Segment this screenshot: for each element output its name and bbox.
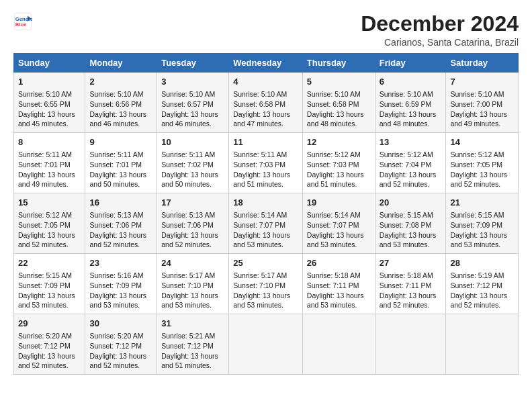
calendar-cell: 30Sunrise: 5:20 AMSunset: 7:12 PMDayligh… xyxy=(85,314,157,374)
calendar-cell: 26Sunrise: 5:18 AMSunset: 7:11 PMDayligh… xyxy=(302,254,375,314)
day-number: 12 xyxy=(307,136,371,148)
cell-text: Daylight: 13 hours xyxy=(307,109,371,120)
cell-text: Sunrise: 5:10 AM xyxy=(18,89,81,99)
cell-text: and 51 minutes. xyxy=(307,179,371,189)
cell-text: Sunrise: 5:15 AM xyxy=(18,271,81,281)
col-saturday: Saturday xyxy=(446,54,519,73)
cell-text: and 50 minutes. xyxy=(161,179,224,189)
cell-text: Sunrise: 5:19 AM xyxy=(450,271,514,281)
calendar-table: Sunday Monday Tuesday Wednesday Thursday… xyxy=(13,53,519,375)
cell-text: Sunrise: 5:11 AM xyxy=(233,150,298,160)
cell-text: Sunset: 7:09 PM xyxy=(89,281,152,291)
calendar-cell xyxy=(446,314,519,374)
cell-text: Daylight: 13 hours xyxy=(450,291,514,301)
day-number: 1 xyxy=(18,76,81,88)
day-number: 30 xyxy=(89,318,152,330)
col-monday: Monday xyxy=(85,54,157,73)
cell-text: and 53 minutes. xyxy=(307,240,371,250)
cell-text: Daylight: 13 hours xyxy=(233,170,298,180)
cell-text: and 52 minutes. xyxy=(380,300,442,310)
day-number: 14 xyxy=(450,136,514,148)
calendar-cell: 18Sunrise: 5:14 AMSunset: 7:07 PMDayligh… xyxy=(229,193,303,254)
day-number: 18 xyxy=(233,197,298,209)
cell-text: and 53 minutes. xyxy=(450,240,514,250)
cell-text: and 49 minutes. xyxy=(18,179,81,189)
cell-text: and 46 minutes. xyxy=(161,119,224,129)
cell-text: Sunrise: 5:10 AM xyxy=(307,89,371,99)
calendar-cell: 8Sunrise: 5:11 AMSunset: 7:01 PMDaylight… xyxy=(14,133,85,193)
cell-text: Sunrise: 5:12 AM xyxy=(450,150,514,160)
calendar-cell: 7Sunrise: 5:10 AMSunset: 7:00 PMDaylight… xyxy=(446,73,519,133)
day-number: 19 xyxy=(307,197,371,209)
calendar-cell: 12Sunrise: 5:12 AMSunset: 7:03 PMDayligh… xyxy=(302,133,375,193)
cell-text: Sunset: 7:09 PM xyxy=(18,281,81,291)
cell-text: Sunrise: 5:20 AM xyxy=(18,331,81,341)
day-number: 24 xyxy=(161,257,224,269)
cell-text: Daylight: 13 hours xyxy=(380,291,442,301)
cell-text: Daylight: 13 hours xyxy=(89,170,152,180)
cell-text: Daylight: 13 hours xyxy=(89,109,152,120)
cell-text: Sunset: 7:09 PM xyxy=(450,220,514,230)
cell-text: Daylight: 13 hours xyxy=(18,109,81,120)
cell-text: Daylight: 13 hours xyxy=(161,291,224,301)
day-number: 8 xyxy=(18,136,81,148)
cell-text: Daylight: 13 hours xyxy=(161,351,224,361)
day-number: 22 xyxy=(18,257,81,269)
calendar-cell: 5Sunrise: 5:10 AMSunset: 6:58 PMDaylight… xyxy=(302,73,375,133)
cell-text: Sunrise: 5:11 AM xyxy=(161,150,224,160)
calendar-cell: 6Sunrise: 5:10 AMSunset: 6:59 PMDaylight… xyxy=(375,73,446,133)
col-thursday: Thursday xyxy=(302,54,375,73)
calendar-cell: 16Sunrise: 5:13 AMSunset: 7:06 PMDayligh… xyxy=(85,193,157,254)
calendar-cell: 4Sunrise: 5:10 AMSunset: 6:58 PMDaylight… xyxy=(229,73,303,133)
title-block: December 2024 Carianos, Santa Catarina, … xyxy=(361,12,519,48)
calendar-cell: 1Sunrise: 5:10 AMSunset: 6:55 PMDaylight… xyxy=(14,73,85,133)
cell-text: Sunrise: 5:15 AM xyxy=(450,210,514,220)
calendar-cell: 20Sunrise: 5:15 AMSunset: 7:08 PMDayligh… xyxy=(375,193,446,254)
calendar-cell xyxy=(375,314,446,374)
cell-text: and 52 minutes. xyxy=(161,240,224,250)
cell-text: Sunrise: 5:13 AM xyxy=(89,210,152,220)
calendar-cell: 24Sunrise: 5:17 AMSunset: 7:10 PMDayligh… xyxy=(157,254,229,314)
cell-text: Sunrise: 5:18 AM xyxy=(307,271,371,281)
cell-text: Sunrise: 5:17 AM xyxy=(233,271,298,281)
calendar-cell xyxy=(302,314,375,374)
cell-text: Daylight: 13 hours xyxy=(380,109,442,120)
cell-text: Daylight: 13 hours xyxy=(233,291,298,301)
month-title: December 2024 xyxy=(361,12,519,36)
day-number: 28 xyxy=(450,257,514,269)
day-number: 31 xyxy=(161,318,224,330)
cell-text: and 53 minutes. xyxy=(307,300,371,310)
cell-text: Daylight: 13 hours xyxy=(89,351,152,361)
cell-text: Sunset: 6:58 PM xyxy=(233,99,298,109)
calendar-week-4: 22Sunrise: 5:15 AMSunset: 7:09 PMDayligh… xyxy=(14,254,519,314)
day-number: 16 xyxy=(89,197,152,209)
day-number: 29 xyxy=(18,318,81,330)
cell-text: Daylight: 13 hours xyxy=(307,170,371,180)
day-number: 25 xyxy=(233,257,298,269)
logo: General Blue xyxy=(13,12,34,31)
cell-text: Sunrise: 5:10 AM xyxy=(233,89,298,99)
cell-text: Sunrise: 5:10 AM xyxy=(450,89,514,99)
cell-text: Sunset: 7:05 PM xyxy=(18,220,81,230)
calendar-cell: 13Sunrise: 5:12 AMSunset: 7:04 PMDayligh… xyxy=(375,133,446,193)
cell-text: Daylight: 13 hours xyxy=(380,170,442,180)
cell-text: Sunrise: 5:11 AM xyxy=(89,150,152,160)
cell-text: and 48 minutes. xyxy=(380,119,442,129)
day-number: 17 xyxy=(161,197,224,209)
cell-text: Sunrise: 5:10 AM xyxy=(161,89,224,99)
page-container: General Blue December 2024 Carianos, San… xyxy=(0,0,532,381)
cell-text: and 52 minutes. xyxy=(450,300,514,310)
col-friday: Friday xyxy=(375,54,446,73)
day-number: 26 xyxy=(307,257,371,269)
cell-text: Sunset: 6:58 PM xyxy=(307,99,371,109)
calendar-cell: 17Sunrise: 5:13 AMSunset: 7:06 PMDayligh… xyxy=(157,193,229,254)
cell-text: Sunset: 7:12 PM xyxy=(89,341,152,351)
day-number: 20 xyxy=(380,197,442,209)
cell-text: and 51 minutes. xyxy=(161,361,224,371)
cell-text: Sunset: 7:04 PM xyxy=(380,160,442,170)
cell-text: Sunset: 7:10 PM xyxy=(233,281,298,291)
cell-text: and 53 minutes. xyxy=(18,300,81,310)
cell-text: Daylight: 13 hours xyxy=(450,230,514,240)
cell-text: Sunset: 7:01 PM xyxy=(89,160,152,170)
cell-text: Sunrise: 5:13 AM xyxy=(161,210,224,220)
